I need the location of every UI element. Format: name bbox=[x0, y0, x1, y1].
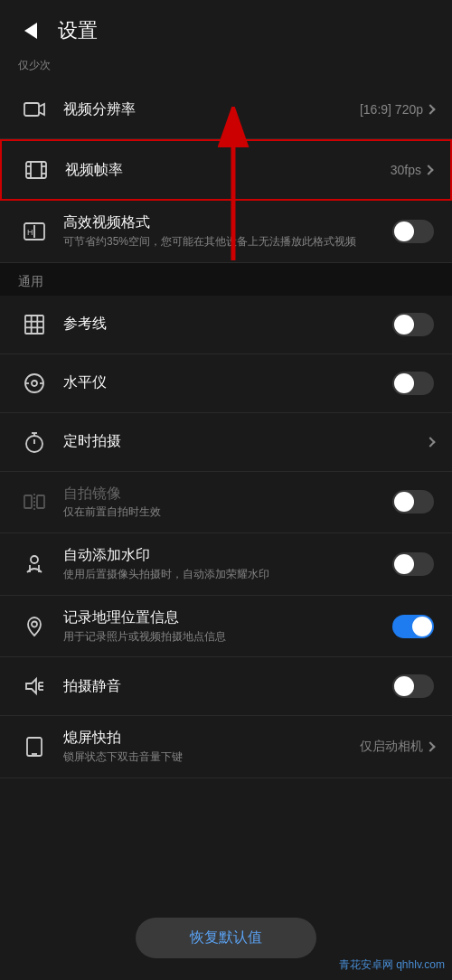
setting-item-location[interactable]: 记录地理位置信息 用于记录照片或视频拍摄地点信息 bbox=[0, 596, 452, 658]
toggle-shutter-sound[interactable] bbox=[392, 674, 434, 698]
toggle-level[interactable] bbox=[392, 372, 434, 395]
sub-label: 仅少次 bbox=[0, 54, 452, 80]
setting-item-screen-snap[interactable]: 熄屏快拍 锁屏状态下双击音量下键 仅启动相机 bbox=[0, 716, 452, 778]
setting-item-watermark[interactable]: 自动添加水印 使用后置摄像头拍摄时，自动添加荣耀水印 bbox=[0, 533, 452, 596]
item-value-screen-snap: 仅启动相机 bbox=[360, 739, 423, 755]
item-title-video-resolution: 视频分辨率 bbox=[63, 100, 351, 119]
item-title-screen-snap: 熄屏快拍 bbox=[63, 729, 351, 748]
item-title-hevc: 高效视频格式 bbox=[63, 213, 383, 232]
item-subtitle-selfie-mirror: 仅在前置自拍时生效 bbox=[63, 504, 383, 520]
toggle-selfie-mirror[interactable] bbox=[392, 490, 434, 514]
chevron-icon bbox=[425, 742, 435, 752]
svg-rect-11 bbox=[25, 316, 43, 334]
item-subtitle-location: 用于记录照片或视频拍摄地点信息 bbox=[63, 629, 383, 645]
svg-point-30 bbox=[32, 621, 37, 627]
film-icon bbox=[20, 154, 52, 186]
item-title-gridline: 参考线 bbox=[63, 315, 383, 334]
svg-rect-24 bbox=[24, 495, 32, 508]
setting-item-level[interactable]: 水平仪 bbox=[0, 354, 452, 413]
item-subtitle-screen-snap: 锁屏状态下双击音量下键 bbox=[63, 749, 351, 765]
svg-rect-36 bbox=[27, 738, 42, 756]
item-title-selfie-mirror: 自拍镜像 bbox=[63, 485, 383, 504]
sound-icon bbox=[18, 670, 51, 702]
toggle-hevc[interactable] bbox=[392, 220, 434, 243]
header: 设置 bbox=[0, 0, 452, 54]
item-value-video-resolution: [16:9] 720p bbox=[360, 102, 423, 117]
svg-text:H: H bbox=[27, 228, 33, 237]
item-title-watermark: 自动添加水印 bbox=[63, 546, 383, 565]
settings-list: 视频分辨率 [16:9] 720p 视频帧率 30fps bbox=[0, 80, 452, 778]
level-icon bbox=[18, 367, 51, 400]
setting-item-video-fps[interactable]: 视频帧率 30fps bbox=[0, 139, 452, 201]
reset-button[interactable]: 恢复默认值 bbox=[136, 918, 316, 958]
chevron-icon bbox=[425, 104, 435, 114]
watermark-icon bbox=[18, 548, 51, 580]
chevron-icon bbox=[425, 437, 435, 447]
setting-item-timer[interactable]: 定时拍摄 bbox=[0, 413, 452, 472]
svg-rect-0 bbox=[24, 103, 39, 116]
screen-snap-icon bbox=[18, 730, 51, 763]
setting-item-shutter-sound[interactable]: 拍摄静音 bbox=[0, 657, 452, 716]
mirror-icon bbox=[18, 485, 51, 518]
item-title-level: 水平仪 bbox=[63, 373, 383, 392]
item-value-video-fps: 30fps bbox=[391, 163, 421, 177]
item-subtitle-watermark: 使用后置摄像头拍摄时，自动添加荣耀水印 bbox=[63, 567, 383, 582]
item-title-timer: 定时拍摄 bbox=[63, 432, 418, 451]
item-title-video-fps: 视频帧率 bbox=[65, 161, 381, 180]
timer-icon bbox=[18, 426, 51, 458]
toggle-gridline[interactable] bbox=[392, 313, 434, 336]
grid-icon bbox=[18, 308, 51, 341]
location-icon bbox=[18, 610, 51, 643]
toggle-location[interactable] bbox=[392, 615, 434, 638]
hevc-icon: H bbox=[18, 215, 51, 248]
video-icon bbox=[18, 93, 51, 126]
svg-marker-31 bbox=[26, 679, 36, 693]
setting-item-video-resolution[interactable]: 视频分辨率 [16:9] 720p bbox=[0, 80, 452, 139]
page-title: 设置 bbox=[58, 17, 98, 44]
item-title-location: 记录地理位置信息 bbox=[63, 608, 383, 627]
back-arrow-icon bbox=[24, 23, 37, 39]
item-subtitle-hevc: 可节省约35%空间，您可能在其他设备上无法播放此格式视频 bbox=[63, 234, 383, 250]
svg-rect-25 bbox=[37, 495, 44, 508]
item-title-shutter-sound: 拍摄静音 bbox=[63, 677, 383, 696]
svg-rect-1 bbox=[26, 162, 46, 178]
svg-point-17 bbox=[32, 381, 37, 386]
toggle-watermark[interactable] bbox=[392, 552, 434, 576]
back-button[interactable] bbox=[14, 14, 47, 47]
setting-item-gridline[interactable]: 参考线 bbox=[0, 296, 452, 354]
chevron-icon bbox=[423, 165, 433, 174]
section-general: 通用 bbox=[0, 263, 452, 296]
setting-item-hevc[interactable]: H 高效视频格式 可节省约35%空间，您可能在其他设备上无法播放此格式视频 bbox=[0, 201, 452, 263]
svg-point-27 bbox=[31, 556, 38, 563]
watermark-label: 青花安卓网 qhhlv.com bbox=[339, 957, 445, 973]
setting-item-selfie-mirror[interactable]: 自拍镜像 仅在前置自拍时生效 bbox=[0, 472, 452, 534]
